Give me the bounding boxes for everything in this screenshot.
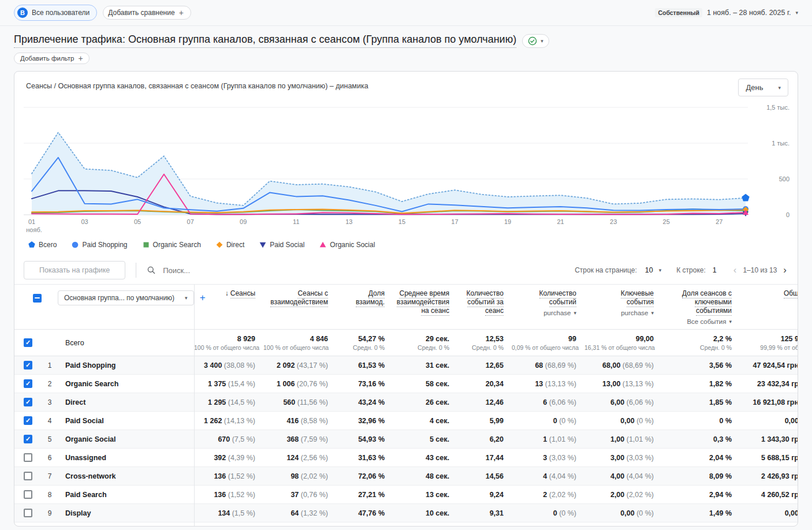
next-page-icon[interactable]: › [781, 266, 788, 274]
cell-key_events: 3,00 (3,03 %) [584, 454, 662, 462]
column-header-label[interactable]: события [627, 298, 654, 307]
add-comparison-chip[interactable]: Добавить сравнение + [103, 6, 191, 20]
cell-key_event_rate: 0 % [662, 417, 740, 425]
cell-percent: (4,39 %) [226, 454, 255, 462]
dimension-dropdown[interactable]: Основная группа... по умолчанию) ▾ [58, 290, 194, 305]
column-header-label[interactable]: взаимодействия [397, 298, 449, 307]
metric-selector-key_event_rate[interactable]: Все события▾ [662, 318, 732, 326]
column-header-label[interactable]: Количество [539, 289, 576, 298]
plot-rows-button[interactable]: Показать на графике [24, 261, 125, 279]
select-all-checkbox[interactable] [33, 294, 42, 303]
cell-value: 13 [535, 380, 543, 388]
row-checkbox[interactable] [24, 472, 32, 480]
column-header-label[interactable]: Доля сеансов с [682, 289, 732, 298]
channel-name: Paid Social [58, 417, 194, 425]
column-header-label[interactable]: событий [549, 298, 576, 307]
column-header-label[interactable]: взаимодействием [270, 298, 328, 307]
cell-percent: (4,04 %) [547, 472, 576, 480]
cell-percent: (8,58 %) [299, 417, 328, 425]
table-row-direct: ✓3Direct1 295 (14,5 %)560 (11,56 %)43,24… [14, 393, 798, 412]
add-filter-chip[interactable]: Добавить фильтр + [14, 53, 90, 64]
cell-sessions: 136 (1,52 %) [194, 472, 263, 480]
cell-value: 1,00 [610, 435, 624, 443]
column-header-label[interactable]: Сеансы [230, 289, 255, 298]
cell-events_per_session: 6,20 [457, 435, 512, 443]
channel-name: Paid Shopping [58, 361, 194, 369]
rows-per-page-value[interactable]: 10 [645, 266, 653, 274]
svg-text:500: 500 [779, 176, 789, 182]
cell-percent: (68,69 %) [620, 361, 654, 369]
previous-page-icon[interactable]: ‹ [732, 266, 739, 274]
legend-item-organic-search[interactable]: Organic Search [143, 241, 201, 249]
legend-item-paid-social[interactable]: Paid Social [259, 241, 304, 249]
channels-table: Основная группа... по умолчанию) ▾ + ↓Се… [14, 285, 798, 527]
column-header-label[interactable]: событий за [467, 298, 504, 307]
row-checkbox[interactable] [24, 490, 32, 499]
legend-item-direct[interactable]: Direct [216, 241, 244, 249]
go-to-row-value[interactable]: 1 [713, 266, 717, 274]
column-header-label[interactable]: взаимод. [356, 298, 385, 307]
column-header-label[interactable]: сеанс [485, 307, 504, 316]
legend-label: Всего [39, 241, 57, 249]
row-checkbox[interactable]: ✓ [24, 416, 32, 425]
column-header-label[interactable]: событиями [696, 307, 732, 316]
column-header-events_per_session: Количествособытий засеанс [457, 285, 512, 329]
cell-key_event_rate: 2,04 % [662, 454, 740, 462]
cell-events_per_session: 14,56 [457, 472, 512, 480]
legend-item-organic-social[interactable]: Organic Social [319, 241, 375, 249]
row-checkbox[interactable] [24, 509, 32, 517]
granularity-select[interactable]: День ▾ [738, 79, 788, 96]
cell-engagement_rate: 61,53 % [336, 361, 393, 369]
table-header-row: Основная группа... по умолчанию) ▾ + ↓Се… [14, 285, 798, 330]
legend-item-paid-shopping[interactable]: Paid Shopping [72, 241, 127, 249]
svg-text:1,5 тыс.: 1,5 тыс. [766, 104, 789, 111]
date-range-picker[interactable]: Собственный 1 нояб. – 28 нояб. 2025 г. ▾ [655, 8, 798, 17]
audience-chip[interactable]: В Все пользователи [14, 5, 97, 21]
go-to-row-label: К строке: [676, 266, 706, 274]
channel-name: Direct [58, 398, 194, 406]
totals-subtext: Средн. 0 % [393, 344, 449, 351]
column-header-total_revenue: Общ [740, 285, 798, 329]
cell-value: 1 375 [208, 380, 226, 388]
header-line: Среднее время [393, 289, 449, 298]
column-header-label[interactable]: Доля [368, 289, 385, 298]
column-header-label[interactable]: Среднее время [399, 289, 449, 298]
cell-value: 37 [290, 491, 299, 499]
cell-events_per_session: 17,44 [457, 454, 512, 462]
table-row-display: 9Display134 (1,5 %)64 (1,32 %)47,76 %10 … [14, 504, 798, 522]
totals-checkbox[interactable]: ✓ [24, 338, 32, 347]
column-header-label[interactable]: Общ [784, 289, 798, 298]
header-line: Количество [512, 289, 576, 298]
channel-name: Cross-network [58, 472, 194, 480]
svg-text:05: 05 [134, 218, 141, 225]
metric-selector-event_count[interactable]: purchase▾ [512, 309, 576, 318]
row-checkbox[interactable] [24, 453, 32, 462]
legend-item-всего[interactable]: Всего [28, 241, 57, 249]
search-input[interactable] [162, 266, 291, 275]
cell-value: 1,85 % [709, 398, 732, 406]
cell-value: 27,21 % [358, 491, 385, 499]
row-checkbox[interactable]: ✓ [24, 398, 32, 406]
column-header-label[interactable]: Сеансы с [297, 289, 328, 298]
row-checkbox[interactable]: ✓ [24, 379, 32, 388]
row-checkbox[interactable]: ✓ [24, 361, 32, 369]
report-card: Сеансы / Основная группа каналов, связан… [14, 71, 798, 527]
cell-value: 47 924,54 грн [753, 361, 798, 369]
data-quality-pill[interactable]: ▾ [522, 34, 549, 48]
page-title: Привлечение трафика: Основная группа кан… [14, 33, 516, 48]
legend-marker-paid-shopping [72, 241, 79, 248]
chart-title: Сеансы / Основная группа каналов, связан… [26, 79, 368, 90]
metric-selector-key_events[interactable]: purchase▾ [584, 309, 654, 318]
column-header-label[interactable]: на сеанс [421, 307, 449, 316]
row-checkbox-cell: ✓ [14, 416, 41, 425]
channel-name: Display [58, 509, 194, 517]
column-header-label[interactable]: Ключевые [621, 289, 654, 298]
svg-text:13: 13 [345, 218, 352, 225]
column-header-label[interactable]: Количество [467, 289, 504, 298]
column-header-label[interactable]: ключевыми [695, 298, 732, 307]
row-checkbox[interactable]: ✓ [24, 435, 32, 443]
cell-engaged_sessions: 368 (7,59 %) [263, 435, 336, 443]
chevron-down-icon[interactable]: ▾ [659, 267, 662, 273]
cell-engagement_rate: 54,93 % [336, 435, 393, 443]
cell-value: 560 [283, 398, 295, 406]
